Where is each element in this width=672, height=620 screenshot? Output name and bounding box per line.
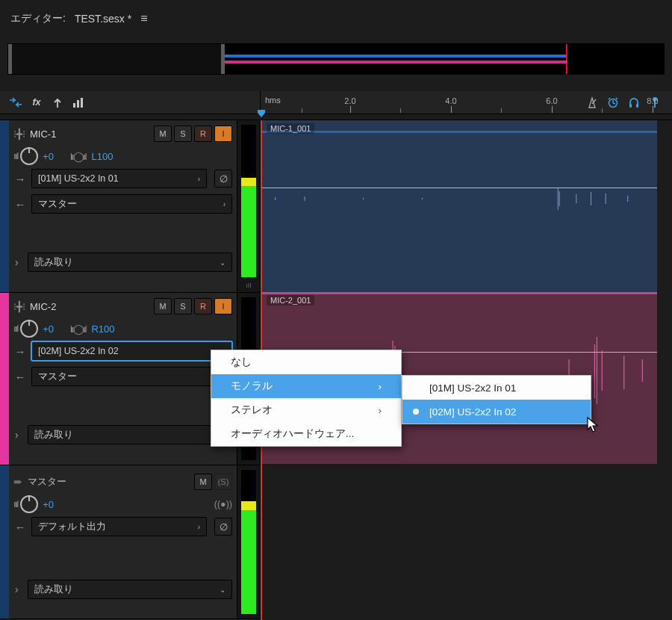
input-monitor-button[interactable]: I <box>214 298 232 314</box>
time-ruler[interactable]: hms 2.0 4.0 6.0 8.0 <box>260 91 665 114</box>
menu-item-stereo[interactable]: ステレオ › <box>211 398 401 422</box>
output-arrow-icon: ← <box>13 371 27 383</box>
panel-title: エディター: TEST.sesx * ≡ <box>0 0 672 30</box>
playhead-handle[interactable] <box>257 109 266 118</box>
submenu-item-in01[interactable]: [01M] US-2x2 In 01 <box>402 376 591 400</box>
output-selected: マスター <box>38 198 77 211</box>
pan-value[interactable]: L100 <box>91 151 113 162</box>
input-context-menu[interactable]: なし モノラル › ステレオ › オーディオハードウェア... <box>211 350 402 447</box>
automation-mode: 読み取り <box>34 583 73 596</box>
meter-scale-icon: ıII <box>246 282 252 292</box>
session-overview[interactable] <box>7 43 665 75</box>
overview-tracks <box>225 44 664 74</box>
chevron-right-icon: › <box>198 175 200 183</box>
input-dropdown[interactable]: [02M] US-2x2 In 02 › <box>31 341 232 361</box>
ruler-tick-label: 8.0 <box>647 96 658 105</box>
master-track-icon: ➨ <box>13 475 23 489</box>
track-name[interactable]: MIC-2 <box>30 301 56 312</box>
submenu-arrow-icon: › <box>379 405 382 416</box>
output-dropdown[interactable]: デフォルト出力 › <box>31 517 207 536</box>
waveform-icon: ⁝╋⁝ <box>13 128 25 140</box>
ruler-tick <box>350 106 351 113</box>
automation-mode: 読み取り <box>34 429 73 441</box>
automation-mode-dropdown[interactable]: 読み取り ⌄ <box>28 580 232 599</box>
input-arrow-icon: → <box>13 345 27 358</box>
menu-item-none[interactable]: なし <box>211 350 401 374</box>
ruler-tick-label: 4.0 <box>445 96 456 105</box>
svg-rect-0 <box>73 103 75 108</box>
solo-button[interactable]: S <box>174 298 192 314</box>
volume-value[interactable]: +0 <box>43 323 54 335</box>
ruler-unit: hms <box>265 96 281 105</box>
automation-mode-dropdown[interactable]: 読み取り ⌄ <box>28 425 232 444</box>
menu-label: オーディオハードウェア... <box>231 427 354 441</box>
volume-icon: ıııl <box>13 499 17 509</box>
input-selected: [02M] US-2x2 In 02 <box>38 346 119 356</box>
track-header-mic1[interactable]: ⁝╋⁝ MIC-1 M S R I ıııl +0 lıı◯ııl L1 <box>0 120 260 293</box>
input-mono-submenu[interactable]: [01M] US-2x2 In 01 [02M] US-2x2 In 02 <box>402 375 591 424</box>
selected-bullet-icon <box>413 409 419 415</box>
output-arrow-icon: ← <box>13 198 27 211</box>
automation-mode-dropdown[interactable]: 読み取り ⌄ <box>28 252 232 272</box>
track-header-master[interactable]: ➨ マスター M (S) ıııl +0 ((●)) ← デフォルト <box>0 465 260 619</box>
track-color-stripe <box>0 465 9 619</box>
pan-value[interactable]: R100 <box>91 323 114 335</box>
menu-label: [02M] US-2x2 In 02 <box>429 406 516 418</box>
audio-clip-mic1[interactable]: MIC-1_001 <box>261 120 657 292</box>
mute-button[interactable]: M <box>154 125 172 142</box>
menu-item-audio-hardware[interactable]: オーディオハードウェア... <box>211 422 401 446</box>
polarity-button[interactable]: ∅ <box>214 518 232 536</box>
solo-button[interactable]: (S) <box>214 474 232 490</box>
submenu-item-in02[interactable]: [02M] US-2x2 In 02 <box>402 400 591 424</box>
menu-label: なし <box>231 356 252 369</box>
volume-knob[interactable] <box>20 320 38 338</box>
menu-item-mono[interactable]: モノラル › <box>211 374 401 398</box>
arm-record-button[interactable]: R <box>194 298 212 314</box>
waveform <box>261 180 657 217</box>
input-dropdown[interactable]: [01M] US-2x2 In 01 › <box>31 169 207 188</box>
balance-icon[interactable]: ((●)) <box>214 499 232 509</box>
io-mode-icon[interactable] <box>6 94 25 111</box>
chevron-right-icon: › <box>223 200 225 208</box>
expand-track-button[interactable]: › <box>13 429 20 441</box>
volume-icon: ıııl <box>13 151 17 161</box>
mouse-cursor-icon <box>587 417 600 435</box>
volume-value[interactable]: +0 <box>43 499 54 510</box>
menu-label: モノラル <box>231 379 273 393</box>
mute-button[interactable]: M <box>194 474 212 490</box>
arm-record-button[interactable]: R <box>194 125 212 142</box>
overview-playhead <box>566 44 567 74</box>
volume-icon: ıııl <box>13 323 17 334</box>
output-dropdown[interactable]: マスター › <box>31 194 232 214</box>
ruler-tick <box>653 106 653 113</box>
ruler-tick-label: 6.0 <box>546 96 557 105</box>
clip-name: MIC-1_001 <box>267 123 314 134</box>
input-monitor-button[interactable]: I <box>214 125 232 142</box>
ruler-tick <box>451 106 452 113</box>
output-dropdown[interactable]: マスター › <box>31 367 232 386</box>
output-selected: マスター <box>38 371 77 383</box>
overview-viewport[interactable] <box>8 44 225 74</box>
chevron-down-icon: ⌄ <box>220 586 225 594</box>
expand-track-button[interactable]: › <box>13 583 20 595</box>
mute-button[interactable]: M <box>154 298 172 314</box>
input-selected: [01M] US-2x2 In 01 <box>38 173 119 184</box>
volume-knob[interactable] <box>20 495 38 513</box>
track-color-stripe <box>0 293 9 465</box>
panel-menu-icon[interactable]: ≡ <box>140 12 147 25</box>
track-name[interactable]: マスター <box>28 475 66 489</box>
clip-name: MIC-2_001 <box>267 295 314 306</box>
eq-bars-icon[interactable] <box>69 94 88 111</box>
volume-value[interactable]: +0 <box>43 151 54 162</box>
sends-icon[interactable] <box>48 94 67 111</box>
polarity-button[interactable]: ∅ <box>214 170 232 187</box>
track-name[interactable]: MIC-1 <box>30 128 56 140</box>
volume-knob[interactable] <box>20 147 38 165</box>
menu-label: [01M] US-2x2 In 01 <box>429 382 516 394</box>
expand-track-button[interactable]: › <box>13 256 20 268</box>
output-arrow-icon: ← <box>13 521 27 533</box>
waveform-icon: ⁝╋⁝ <box>13 301 25 312</box>
output-selected: デフォルト出力 <box>38 521 106 533</box>
fx-icon[interactable]: fx <box>27 94 46 111</box>
solo-button[interactable]: S <box>174 125 192 142</box>
